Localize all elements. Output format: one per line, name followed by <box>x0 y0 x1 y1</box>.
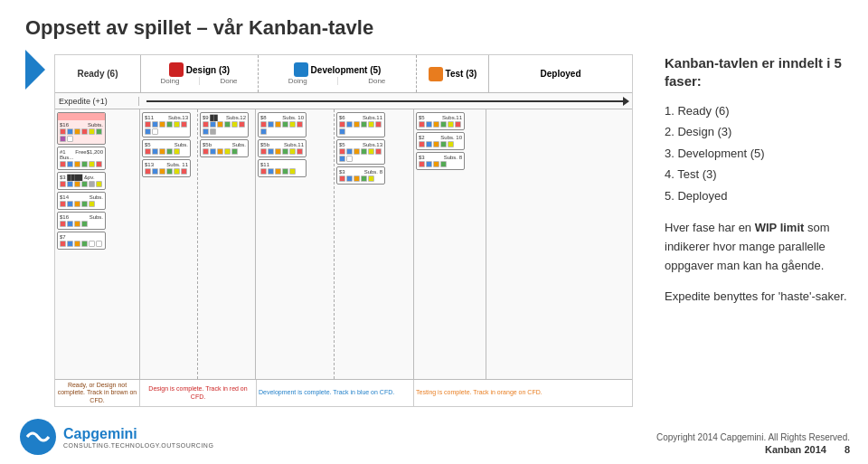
expedite-text: Expedite benyttes for 'haste'-saker. <box>665 288 859 307</box>
phase-5: 5. Deployed <box>665 185 859 206</box>
list-item: $11 <box>258 159 307 177</box>
dev-dice-icon <box>294 62 308 77</box>
list-item: $3Subs. 8 <box>336 166 385 185</box>
list-item: $5Subs. <box>142 139 191 157</box>
list-item: #1 Bus...Free$1,200 <box>57 147 106 170</box>
list-item: $9 ██Subs.12 <box>200 112 249 137</box>
cards-col-deployed <box>486 109 543 379</box>
design-doing-label: Doing <box>141 77 200 85</box>
page-title: Oppsett av spillet – vår Kanban-tavle <box>25 16 373 40</box>
list-item: $2Subs. 10 <box>416 132 465 150</box>
cards-col-ready: $16Subts. #1 Bus...Free$1,200 $3 ████ &p… <box>55 109 140 379</box>
footer-brand: Copyright 2014 Capgemini. All Rights Res… <box>656 432 850 442</box>
col-header-design: Design (3) Doing Done <box>141 55 259 92</box>
footer-page: 8 <box>844 444 850 455</box>
phase-2: 2. Design (3) <box>665 121 859 142</box>
kanban-board: Ready (6) Design (3) Doing Done Developm… <box>54 54 633 407</box>
cards-col-test: $5Subs.11 $2Subs. 10 $3Subs. 8 <box>414 109 486 379</box>
col-header-test: Test (3) <box>417 55 489 92</box>
phase-1: 1. Ready (6) <box>665 100 859 121</box>
expedite-row: Expedite (+1) <box>55 93 632 109</box>
logo-icon <box>18 417 58 457</box>
right-panel: Kanban-tavlen er inndelt i 5 faser: 1. R… <box>651 54 859 307</box>
list-item: $16Subts. <box>57 112 106 145</box>
cards-area: $16Subts. #1 Bus...Free$1,200 $3 ████ &p… <box>55 109 632 379</box>
dev-doing-label: Doing <box>259 77 338 85</box>
expedite-arrow-area <box>139 100 632 102</box>
list-item: $11Subs.13 <box>142 112 191 137</box>
kanban-header: Ready (6) Design (3) Doing Done Developm… <box>55 55 632 93</box>
col-header-dev: Development (5) Doing Done <box>259 55 417 92</box>
list-item: $3 ████ &pv. <box>57 172 106 190</box>
legend-row: Ready, or Design not complete. Track in … <box>55 379 632 406</box>
cards-col-design-done: $9 ██Subs.12 $5bSubs. <box>198 109 256 379</box>
logo-name: Capgemini <box>63 426 213 442</box>
expedite-arrow <box>146 100 625 102</box>
legend-test: Testing is complete. Track in orange on … <box>414 380 632 406</box>
cards-col-dev-doing: $8Subs. 10 $5bSubs.11 $11 <box>256 109 335 379</box>
logo-subtext: CONSULTING.TECHNOLOGY.OUTSOURCING <box>63 442 213 449</box>
logo-area: Capgemini CONSULTING.TECHNOLOGY.OUTSOURC… <box>18 417 213 457</box>
legend-design: Design is complete. Track in red on CFD. <box>140 380 257 406</box>
list-item: $8Subs. 10 <box>258 112 307 137</box>
list-item: $5bSubs. <box>200 139 249 157</box>
cards-col-dev-done: $6Subs.11 $5Subs.13 $3Subs. 8 <box>335 109 414 379</box>
test-dice-icon <box>429 67 443 81</box>
wip-text: Hver fase har en WIP limit som indikerer… <box>665 219 859 275</box>
phases-list: 1. Ready (6) 2. Design (3) 3. Developmen… <box>665 100 859 206</box>
list-item: $5Subs.13 <box>336 139 385 165</box>
design-done-label: Done <box>200 77 258 85</box>
design-dice-icon <box>169 62 184 77</box>
list-item: $5bSubs.11 <box>258 139 307 157</box>
footer: Copyright 2014 Capgemini. All Rights Res… <box>656 432 850 455</box>
list-item: $13Subs. 11 <box>142 159 191 177</box>
list-item: $14Subs. <box>57 192 106 210</box>
list-item: $3Subs. 8 <box>416 152 465 170</box>
capgemini-logo-svg <box>18 417 58 457</box>
expedite-label: Expedite (+1) <box>55 97 139 106</box>
phase-3: 3. Development (5) <box>665 143 859 164</box>
col-header-deployed: Deployed <box>489 55 632 92</box>
col-header-ready: Ready (6) <box>55 55 141 92</box>
list-item: $6Subs.11 <box>336 112 385 137</box>
list-item: $7 <box>57 232 106 250</box>
list-item: $16Subs. <box>57 212 106 230</box>
list-item: $5Subs.11 <box>416 112 465 130</box>
right-panel-heading: Kanban-tavlen er inndelt i 5 faser: <box>665 54 859 90</box>
legend-dev: Development is complete. Track in blue o… <box>257 380 414 406</box>
title-chevron <box>25 50 45 90</box>
phase-4: 4. Test (3) <box>665 164 859 185</box>
dev-done-label: Done <box>338 77 417 85</box>
cards-col-design-doing: $11Subs.13 $5Subs. $13Subs. 11 <box>140 109 198 379</box>
footer-year: Kanban 2014 <box>765 444 826 455</box>
legend-ready: Ready, or Design not complete. Track in … <box>55 380 140 406</box>
